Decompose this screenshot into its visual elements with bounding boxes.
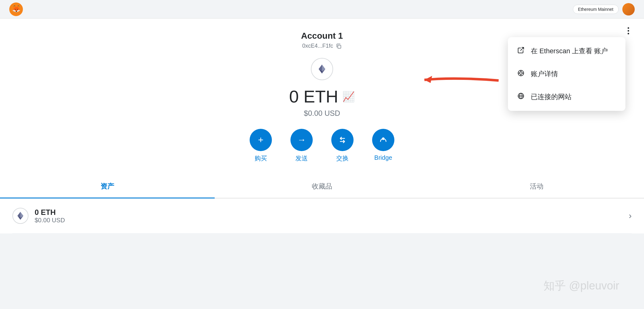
external-link-icon	[517, 47, 525, 55]
dot2	[628, 30, 629, 32]
context-menu-etherscan[interactable]: 在 Etherscan 上查看 账户	[508, 40, 625, 63]
account-avatar[interactable]	[622, 3, 635, 15]
account-address-row: 0xcE4...F1fc	[302, 43, 342, 49]
context-menu: 在 Etherscan 上查看 账户 账户详情 已连接的网站	[508, 37, 625, 111]
svg-point-13	[520, 72, 522, 74]
asset-eth-name: 0 ETH	[35, 208, 629, 217]
send-icon: →	[297, 135, 306, 145]
asset-eth-logo	[12, 208, 28, 224]
chart-icon[interactable]: 📈	[342, 91, 355, 102]
context-menu-account-details[interactable]: 账户详情	[508, 63, 625, 85]
top-bar-right: Ethereum Mainnet	[573, 3, 635, 15]
context-menu-connected-sites[interactable]: 已连接的网站	[508, 85, 625, 108]
buy-label: 购买	[255, 154, 267, 163]
svg-rect-2	[338, 45, 341, 48]
bridge-button-wrap: Bridge	[372, 129, 394, 163]
bridge-icon	[378, 135, 389, 145]
action-buttons: + 购买 → 发送 交换 Brid	[250, 129, 394, 163]
send-button-wrap: → 发送	[290, 129, 313, 163]
connected-sites-label: 已连接的网站	[531, 92, 572, 102]
copy-address-icon[interactable]	[336, 43, 342, 49]
eth-logo-circle	[311, 58, 333, 80]
dot1	[628, 27, 629, 29]
tab-activity[interactable]: 活动	[429, 175, 644, 198]
balance-usd: $0.00 USD	[304, 109, 340, 118]
eth-small-icon	[15, 211, 25, 221]
watermark: 知乎 @pleuvoir	[543, 278, 619, 294]
eth-diamond-icon	[316, 63, 328, 75]
three-dots-button[interactable]	[625, 25, 632, 37]
account-details-label: 账户详情	[531, 69, 558, 79]
tab-collectibles[interactable]: 收藏品	[215, 175, 429, 198]
asset-chevron-icon: ›	[629, 211, 632, 221]
swap-icon	[337, 135, 348, 145]
balance-row: 0 ETH 📈	[289, 86, 355, 107]
buy-icon: +	[258, 135, 264, 145]
account-name: Account 1	[301, 31, 343, 41]
tab-assets[interactable]: 资产	[0, 175, 215, 198]
network-badge[interactable]: Ethereum Mainnet	[573, 5, 619, 14]
bridge-button[interactable]	[372, 129, 394, 151]
etherscan-label: 在 Etherscan 上查看 账户	[531, 46, 608, 56]
account-details-icon	[517, 70, 525, 78]
dot3	[628, 33, 629, 34]
top-bar-left: 🦊	[9, 2, 23, 16]
asset-eth-usd: $0.00 USD	[35, 217, 629, 224]
tabs-row: 资产 收藏品 活动	[0, 175, 644, 198]
bridge-label: Bridge	[374, 154, 392, 161]
balance-eth: 0 ETH	[289, 86, 338, 107]
swap-button-wrap: 交换	[331, 129, 354, 163]
swap-button[interactable]	[331, 129, 354, 151]
send-label: 发送	[295, 154, 308, 163]
swap-label: 交换	[336, 154, 349, 163]
asset-info: 0 ETH $0.00 USD	[35, 208, 629, 224]
buy-button[interactable]: +	[250, 129, 272, 151]
send-button[interactable]: →	[290, 129, 313, 151]
asset-list: 0 ETH $0.00 USD ›	[0, 198, 644, 233]
table-row[interactable]: 0 ETH $0.00 USD ›	[12, 198, 632, 233]
account-address-text: 0xcE4...F1fc	[302, 43, 333, 49]
buy-button-wrap: + 购买	[250, 129, 272, 163]
connected-sites-icon	[517, 93, 525, 101]
top-bar: 🦊 Ethereum Mainnet	[0, 0, 644, 19]
svg-text:🦊: 🦊	[12, 5, 21, 13]
fox-logo-icon: 🦊	[9, 2, 23, 16]
